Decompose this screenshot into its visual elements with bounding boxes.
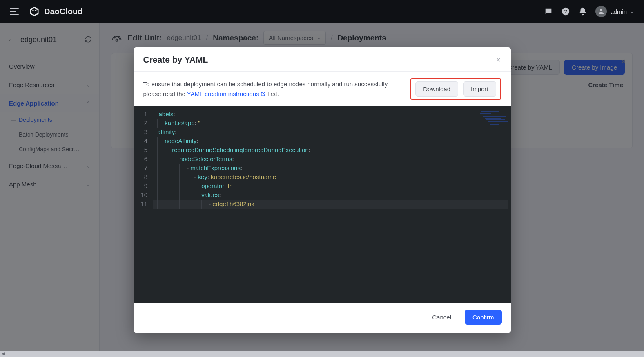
modal-overlay: Create by YAML × To ensure that deployme… xyxy=(0,23,644,357)
brand-name: DaoCloud xyxy=(44,7,82,16)
line-gutter: 1234567891011 xyxy=(134,106,152,212)
bell-icon[interactable] xyxy=(578,7,587,16)
download-button[interactable]: Download xyxy=(415,81,458,97)
modal-info-text: To ensure that deployment can be schedul… xyxy=(143,79,392,99)
code-area[interactable]: labels:kant.io/app: ''affinity:nodeAffin… xyxy=(152,106,510,212)
user-menu[interactable]: admin ⌄ xyxy=(595,6,634,17)
info-text-2: first. xyxy=(266,90,279,97)
topbar-left: DaoCloud xyxy=(10,6,82,17)
svg-point-2 xyxy=(600,9,602,11)
chat-icon[interactable] xyxy=(544,7,553,16)
highlighted-buttons: Download Import xyxy=(410,78,501,100)
user-name: admin xyxy=(610,8,627,15)
import-button[interactable]: Import xyxy=(463,81,496,97)
cube-icon xyxy=(29,6,40,17)
cancel-button[interactable]: Cancel xyxy=(424,310,459,325)
close-icon[interactable]: × xyxy=(496,55,501,65)
svg-text:?: ? xyxy=(564,9,567,15)
chevron-down-icon: ⌄ xyxy=(630,9,634,14)
brand-logo[interactable]: DaoCloud xyxy=(29,6,82,17)
yaml-editor[interactable]: 1234567891011 labels:kant.io/app: ''affi… xyxy=(134,106,511,303)
avatar-icon xyxy=(595,6,607,17)
topbar-right: ? admin ⌄ xyxy=(544,6,634,17)
topbar: DaoCloud ? admin ⌄ xyxy=(0,0,644,23)
help-icon[interactable]: ? xyxy=(561,7,570,16)
create-by-yaml-modal: Create by YAML × To ensure that deployme… xyxy=(134,47,511,333)
modal-footer: Cancel Confirm xyxy=(134,303,511,333)
modal-infobar: To ensure that deployment can be schedul… xyxy=(134,72,511,106)
yaml-instructions-link[interactable]: YAML creation instructions xyxy=(187,90,266,97)
horizontal-scrollbar[interactable] xyxy=(0,351,644,357)
modal-title: Create by YAML xyxy=(143,55,208,65)
confirm-button[interactable]: Confirm xyxy=(465,310,502,325)
modal-header: Create by YAML × xyxy=(134,47,511,72)
external-link-icon xyxy=(260,91,266,97)
hamburger-icon[interactable] xyxy=(10,8,19,15)
